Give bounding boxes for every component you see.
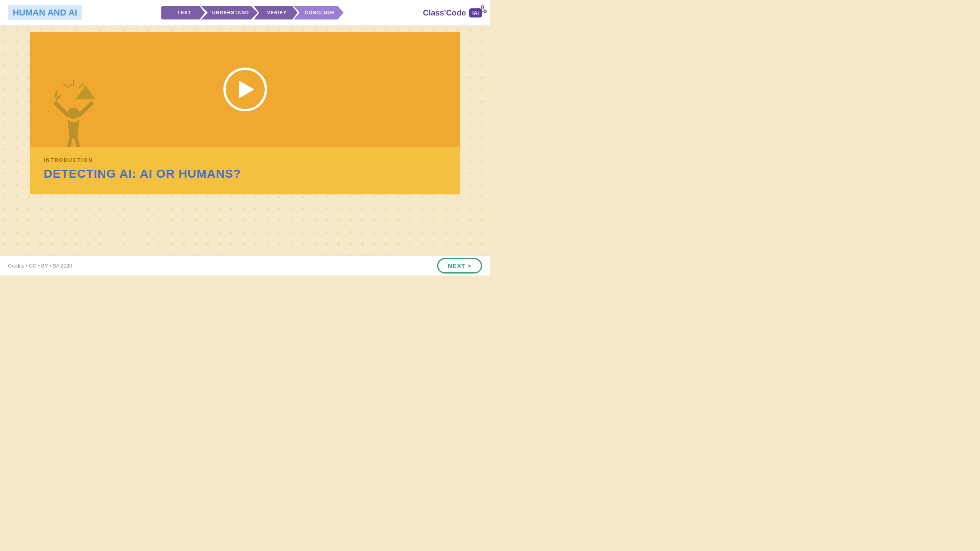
svg-point-2 [484, 10, 486, 13]
logo-text: Class'Code [423, 8, 466, 17]
app-title: HUMAN AND AI [8, 5, 82, 20]
intro-label: INTRODUCTION [44, 157, 446, 163]
step-verify[interactable]: VERIFY [254, 6, 298, 19]
logo-badge: IAI [469, 8, 482, 17]
header: HUMAN AND AI TEST UNDERSTAND VERIFY CONC… [0, 0, 490, 26]
svg-line-15 [79, 83, 83, 87]
logo: Class'Code IAI [423, 8, 482, 17]
video-title: DETECTING AI: AI OR HUMANS? [44, 167, 446, 180]
svg-point-1 [478, 10, 481, 13]
step-understand[interactable]: UNDERSTAND [201, 6, 258, 19]
svg-line-16 [68, 84, 72, 87]
svg-line-10 [76, 136, 78, 147]
video-section-top [30, 32, 460, 147]
svg-line-7 [56, 103, 68, 115]
step-conclude[interactable]: CONCLUDE [294, 6, 344, 19]
svg-line-3 [480, 8, 482, 10]
step-test[interactable]: TEST [161, 6, 205, 19]
svg-line-13 [64, 83, 68, 87]
video-section-bottom: INTRODUCTION DETECTING AI: AI OR HUMANS? [30, 147, 460, 194]
svg-line-4 [482, 8, 485, 10]
play-icon [239, 81, 254, 98]
play-button[interactable] [223, 68, 267, 111]
network-icon [478, 5, 487, 14]
next-button[interactable]: NEXT > [437, 258, 482, 274]
svg-marker-12 [76, 85, 95, 99]
svg-line-9 [69, 136, 72, 147]
illustration [46, 68, 101, 147]
svg-point-6 [68, 108, 79, 119]
footer: Credits • CC • BY • SA 2020 NEXT > [0, 256, 490, 276]
credits-text: Credits • CC • BY • SA 2020 [8, 263, 72, 269]
svg-point-0 [481, 6, 484, 8]
svg-line-8 [79, 103, 91, 115]
navigation-steps: TEST UNDERSTAND VERIFY CONCLUDE [161, 6, 344, 19]
main-content: INTRODUCTION DETECTING AI: AI OR HUMANS? [30, 32, 460, 194]
